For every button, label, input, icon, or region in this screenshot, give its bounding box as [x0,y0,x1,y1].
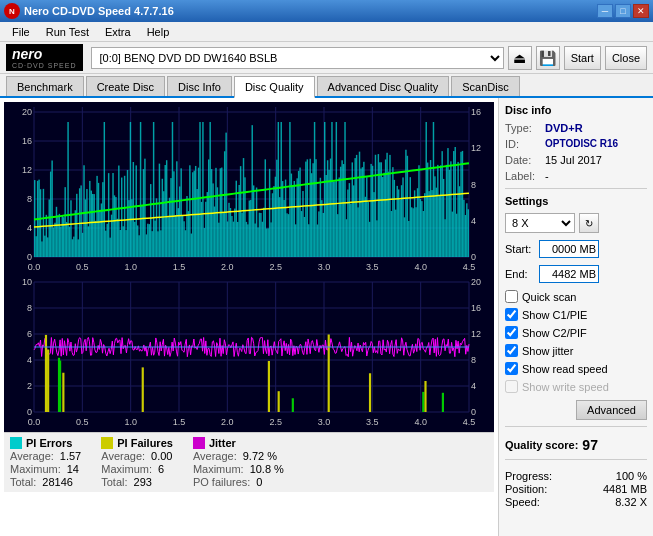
start-button[interactable]: Start [564,46,601,70]
jitter-color [193,437,205,449]
maximize-button[interactable]: □ [615,4,631,18]
refresh-icon-btn[interactable]: ↻ [579,213,599,233]
pi-avg-value: 1.57 [60,450,81,462]
start-mb-label: Start: [505,243,535,255]
menu-help[interactable]: Help [139,24,178,40]
tab-benchmark[interactable]: Benchmark [6,76,84,96]
tab-disc-info[interactable]: Disc Info [167,76,232,96]
charts-area: PI Errors Average: 1.57 Maximum: 14 Tota… [0,98,498,536]
title-bar-buttons: ─ □ ✕ [597,4,649,18]
pif-max-value: 6 [158,463,164,475]
pi-max-label: Maximum: [10,463,61,475]
quick-scan-checkbox[interactable] [505,290,518,303]
show-c2pif-row: Show C2/PIF [505,326,647,339]
show-c2pif-checkbox[interactable] [505,326,518,339]
show-c2pif-label: Show C2/PIF [522,327,587,339]
progress-value: 100 % [616,470,647,482]
show-c1pie-label: Show C1/PIE [522,309,587,321]
position-label: Position: [505,483,547,495]
type-value: DVD+R [545,122,583,134]
jitter-max-label: Maximum: [193,463,244,475]
tab-advanced-disc-quality[interactable]: Advanced Disc Quality [317,76,450,96]
pi-total-value: 28146 [42,476,73,488]
show-jitter-checkbox[interactable] [505,344,518,357]
po-failures-value: 0 [256,476,262,488]
show-write-speed-label: Show write speed [522,381,609,393]
pi-failures-stats: PI Failures Average: 0.00 Maximum: 6 Tot… [101,437,173,488]
id-label: ID: [505,138,541,150]
main-content: PI Errors Average: 1.57 Maximum: 14 Tota… [0,98,653,536]
tab-scan-disc[interactable]: ScanDisc [451,76,519,96]
show-read-speed-checkbox[interactable] [505,362,518,375]
speed-label: Speed: [505,496,540,508]
show-jitter-row: Show jitter [505,344,647,357]
end-mb-row: End: [505,265,647,283]
pi-failures-header: PI Failures [117,437,173,449]
disc-label-label: Label: [505,170,541,182]
end-mb-label: End: [505,268,535,280]
pi-errors-color [10,437,22,449]
toolbar: nero CD·DVD SPEED [0:0] BENQ DVD DD DW16… [0,42,653,74]
advanced-button[interactable]: Advanced [576,400,647,420]
progress-label: Progress: [505,470,552,482]
show-read-speed-row: Show read speed [505,362,647,375]
tabs: Benchmark Create Disc Disc Info Disc Qua… [0,74,653,98]
pi-max-value: 14 [67,463,79,475]
title-bar: N Nero CD-DVD Speed 4.7.7.16 ─ □ ✕ [0,0,653,22]
close-button[interactable]: ✕ [633,4,649,18]
pif-avg-value: 0.00 [151,450,172,462]
pi-total-label: Total: [10,476,36,488]
speed-row: 8 X ↻ [505,213,647,233]
pi-avg-label: Average: [10,450,54,462]
show-c1pie-checkbox[interactable] [505,308,518,321]
pi-errors-chart [4,102,494,277]
minimize-button[interactable]: ─ [597,4,613,18]
toolbar-close-button[interactable]: Close [605,46,647,70]
position-value: 4481 MB [603,483,647,495]
drive-select[interactable]: [0:0] BENQ DVD DD DW1640 BSLB [91,47,504,69]
date-label: Date: [505,154,541,166]
progress-section: Progress: 100 % Position: 4481 MB Speed:… [505,470,647,509]
show-c1pie-row: Show C1/PIE [505,308,647,321]
speed-value: 8.32 X [615,496,647,508]
show-write-speed-checkbox[interactable] [505,380,518,393]
disc-label-value: - [545,170,549,182]
quality-row: Quality score: 97 [505,437,647,453]
pi-errors-header: PI Errors [26,437,72,449]
pif-total-label: Total: [101,476,127,488]
quick-scan-row: Quick scan [505,290,647,303]
tab-disc-quality[interactable]: Disc Quality [234,76,315,98]
pi-failures-color [101,437,113,449]
id-value: OPTODISC R16 [545,138,618,150]
quick-scan-label: Quick scan [522,291,576,303]
menu-run-test[interactable]: Run Test [38,24,97,40]
jitter-header: Jitter [209,437,236,449]
speed-select[interactable]: 8 X [505,213,575,233]
app-icon: N [4,3,20,19]
menu-bar: File Run Test Extra Help [0,22,653,42]
eject-icon-btn[interactable]: ⏏ [508,46,532,70]
settings-title: Settings [505,195,647,207]
menu-extra[interactable]: Extra [97,24,139,40]
quality-score-value: 97 [582,437,598,453]
show-jitter-label: Show jitter [522,345,573,357]
jitter-avg-value: 9.72 % [243,450,277,462]
pi-errors-stats: PI Errors Average: 1.57 Maximum: 14 Tota… [10,437,81,488]
disc-info-title: Disc info [505,104,647,116]
menu-file[interactable]: File [4,24,38,40]
start-mb-input[interactable] [539,240,599,258]
title-bar-text: Nero CD-DVD Speed 4.7.7.16 [24,5,174,17]
start-mb-row: Start: [505,240,647,258]
pif-total-value: 293 [134,476,152,488]
po-failures-label: PO failures: [193,476,250,488]
jitter-avg-label: Average: [193,450,237,462]
pif-jitter-chart [4,277,494,432]
right-panel: Disc info Type: DVD+R ID: OPTODISC R16 D… [498,98,653,536]
save-icon-btn[interactable]: 💾 [536,46,560,70]
tab-create-disc[interactable]: Create Disc [86,76,165,96]
jitter-stats: Jitter Average: 9.72 % Maximum: 10.8 % P… [193,437,284,488]
jitter-max-value: 10.8 % [250,463,284,475]
nero-logo: nero CD·DVD SPEED [6,44,83,71]
end-mb-input[interactable] [539,265,599,283]
show-write-speed-row: Show write speed [505,380,647,393]
